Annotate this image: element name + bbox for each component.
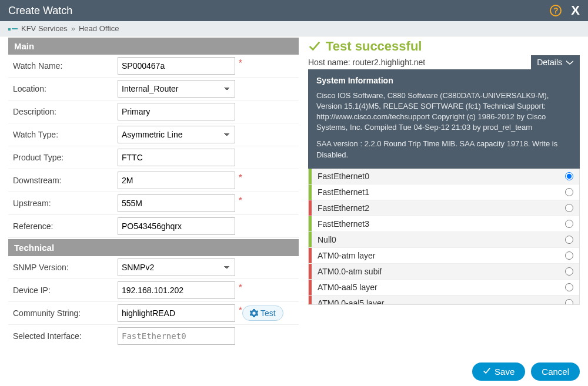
- interface-row[interactable]: ATM0.0-atm subif: [309, 264, 579, 280]
- breadcrumb-loc: Head Office: [79, 24, 119, 33]
- host-value: router2.highlight.net: [352, 58, 425, 67]
- interface-radio[interactable]: [565, 251, 573, 260]
- label-description: Description:: [13, 107, 118, 116]
- interface-name: ATM0-atm layer: [318, 251, 565, 260]
- interface-name: ATM0.0-aal5 layer: [318, 298, 565, 305]
- status-bar: [309, 184, 312, 200]
- gear-icon: [250, 309, 258, 317]
- system-info-panel: System Information Cisco IOS Software, C…: [308, 69, 580, 169]
- interface-row[interactable]: ATM0-aal5 layer: [309, 280, 579, 296]
- status-bar: [309, 248, 312, 263]
- status-bar: [309, 296, 312, 305]
- sysinfo-body: Cisco IOS Software, C880 Software (C880D…: [316, 90, 572, 133]
- interface-radio[interactable]: [565, 267, 573, 276]
- status-bar: [309, 169, 312, 184]
- interface-name: FastEthernet1: [318, 187, 565, 197]
- description-input[interactable]: [118, 103, 235, 120]
- status-bar: [309, 280, 312, 295]
- interface-row[interactable]: ATM0-atm layer: [309, 248, 579, 264]
- form-panel: Main Watch Name: * Location: Internal_Ro…: [8, 36, 299, 362]
- interface-row[interactable]: FastEthernet1: [309, 184, 579, 200]
- label-upstream: Upstream:: [13, 199, 118, 208]
- section-main: Main: [8, 38, 299, 55]
- interface-name: ATM0.0-atm subif: [318, 267, 565, 276]
- label-product-type: Product Type:: [13, 153, 118, 162]
- breadcrumb-sep: »: [71, 24, 75, 33]
- required-marker: *: [239, 306, 242, 316]
- product-type-input[interactable]: [118, 149, 235, 166]
- org-icon: [8, 26, 18, 32]
- dialog-title: Create Watch: [8, 5, 550, 17]
- interface-row[interactable]: FastEthernet2: [309, 200, 579, 216]
- label-device-ip: Device IP:: [13, 286, 118, 295]
- interface-radio[interactable]: [565, 188, 573, 196]
- breadcrumb-org: KFV Services: [21, 24, 68, 33]
- upstream-input[interactable]: [118, 194, 235, 212]
- test-result-title: Test successful: [308, 39, 580, 54]
- chevron-down-icon: [566, 59, 574, 65]
- interface-name: FastEthernet2: [318, 203, 565, 213]
- interface-radio[interactable]: [565, 220, 573, 228]
- label-watch-type: Watch Type:: [13, 130, 118, 139]
- interface-list[interactable]: FastEthernet0FastEthernet1FastEthernet2F…: [308, 169, 580, 305]
- required-marker: *: [239, 58, 242, 69]
- label-snmp-version: SNMP Version:: [13, 263, 118, 272]
- selected-interface-input: [118, 327, 235, 345]
- community-string-input[interactable]: [118, 304, 235, 322]
- status-bar: [309, 216, 312, 231]
- interface-radio[interactable]: [565, 236, 573, 244]
- host-label: Host name:: [308, 58, 350, 67]
- sysinfo-title: System Information: [316, 75, 572, 87]
- device-ip-input[interactable]: [118, 281, 235, 299]
- interface-name: Null0: [318, 235, 565, 244]
- label-community-string: Community String:: [13, 308, 118, 318]
- check-icon: [308, 40, 321, 53]
- required-marker: *: [239, 196, 242, 206]
- label-reference: Reference:: [13, 221, 118, 231]
- status-bar: [309, 232, 312, 247]
- required-marker: *: [239, 283, 242, 293]
- interface-row[interactable]: FastEthernet0: [309, 169, 579, 184]
- interface-name: ATM0-aal5 layer: [318, 283, 565, 292]
- status-bar: [309, 200, 312, 216]
- label-watch-name: Watch Name:: [13, 61, 118, 71]
- interface-radio[interactable]: [565, 204, 573, 212]
- label-location: Location:: [13, 84, 118, 93]
- details-toggle[interactable]: Details: [531, 55, 580, 69]
- interface-radio[interactable]: [565, 172, 573, 180]
- close-icon[interactable]: X: [569, 3, 582, 18]
- watch-name-input[interactable]: [118, 57, 235, 75]
- label-selected-interface: Selected Interface:: [13, 331, 118, 341]
- interface-row[interactable]: FastEthernet3: [309, 216, 579, 232]
- snmp-version-select[interactable]: SNMPv2: [118, 259, 235, 276]
- section-technical: Technical: [8, 239, 299, 256]
- interface-radio[interactable]: [565, 299, 573, 305]
- required-marker: *: [239, 173, 242, 183]
- save-button[interactable]: Save: [472, 362, 525, 381]
- location-select[interactable]: Internal_Router: [118, 80, 235, 98]
- watch-type-select[interactable]: Asymmetric Line: [118, 126, 235, 143]
- cancel-button[interactable]: Cancel: [531, 362, 580, 381]
- interface-row[interactable]: Null0: [309, 232, 579, 248]
- downstream-input[interactable]: [118, 172, 235, 189]
- label-downstream: Downstream:: [13, 176, 118, 185]
- breadcrumb: KFV Services » Head Office: [0, 21, 588, 36]
- test-panel: Test successful Host name: router2.highl…: [308, 36, 580, 362]
- help-icon[interactable]: ?: [550, 5, 562, 16]
- test-button[interactable]: Test: [242, 306, 283, 321]
- interface-name: FastEthernet3: [318, 219, 565, 229]
- interface-row[interactable]: ATM0.0-aal5 layer: [309, 296, 579, 305]
- sysinfo-saa: SAA version : 2.2.0 Round Trip Time MIB.…: [316, 139, 572, 160]
- titlebar: Create Watch ? X: [0, 0, 588, 21]
- reference-input[interactable]: [118, 217, 235, 235]
- status-bar: [309, 264, 312, 279]
- check-icon: [483, 368, 491, 375]
- interface-name: FastEthernet0: [318, 172, 565, 181]
- dialog-footer: Save Cancel: [0, 357, 588, 386]
- interface-radio[interactable]: [565, 283, 573, 291]
- test-button-label: Test: [260, 308, 276, 318]
